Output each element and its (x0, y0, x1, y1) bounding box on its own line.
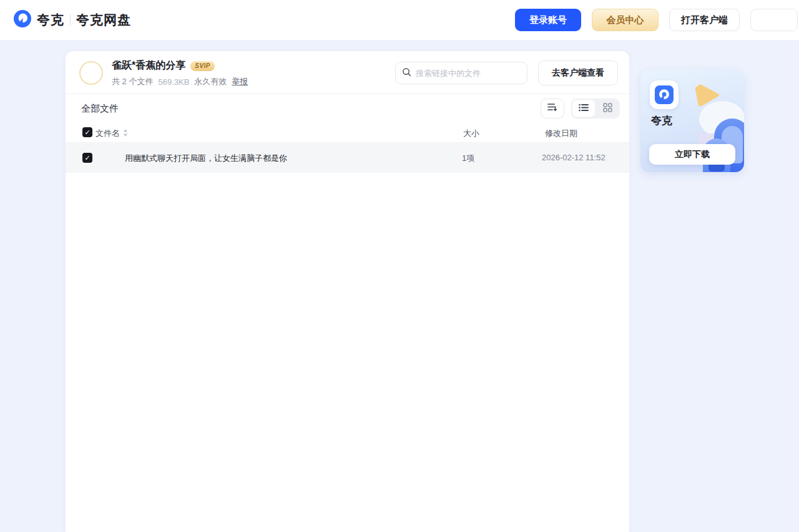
row-checkbox[interactable]: ✓ (82, 153, 92, 163)
header-extra-button[interactable] (750, 9, 798, 31)
grid-view-icon (603, 103, 612, 115)
svip-badge: SVIP (190, 61, 215, 71)
sort-arrows-icon (123, 129, 128, 138)
search-input[interactable] (416, 69, 526, 78)
column-date[interactable]: 修改日期 (545, 128, 577, 139)
view-mode-toggle (571, 99, 620, 118)
file-size: 1项 (462, 153, 474, 164)
report-link[interactable]: 举报 (232, 76, 248, 87)
brand-divider (70, 14, 71, 26)
search-box[interactable] (395, 62, 527, 84)
column-name-label: 文件名 (96, 128, 120, 139)
share-validity: 永久有效 (194, 76, 227, 87)
column-name[interactable]: 文件名 (96, 128, 128, 139)
share-file-count: 共 2 个文件 (112, 76, 153, 87)
select-all-checkbox[interactable]: ✓ (82, 127, 92, 137)
list-view-icon (579, 103, 589, 114)
play-triangle-icon (693, 82, 722, 111)
view-in-client-button[interactable]: 去客户端查看 (538, 60, 618, 85)
file-name[interactable]: 用幽默式聊天打开局面，让女生满脑子都是你 (125, 153, 287, 164)
grid-view-button[interactable] (596, 100, 619, 117)
download-now-button[interactable]: 立即下载 (649, 144, 735, 165)
sharer-avatar (79, 61, 103, 85)
file-row[interactable]: ✓ 用幽默式聊天打开局面，让女生满脑子都是你 1项 2026-02-12 11:… (66, 143, 629, 173)
all-files-title: 全部文件 (81, 103, 119, 115)
share-title-block: 雀跃*香蕉的分享 SVIP 共 2 个文件 569.3KB 永久有效 举报 (112, 59, 248, 87)
share-main-card: 雀跃*香蕉的分享 SVIP 共 2 个文件 569.3KB 永久有效 举报 去客… (66, 51, 629, 532)
file-table-header: ✓ 文件名 大小 修改日期 (66, 123, 629, 142)
sort-order-button[interactable] (541, 99, 564, 118)
search-icon (402, 67, 411, 79)
list-view-button[interactable] (572, 100, 595, 117)
top-bar: 夸克 夸克网盘 登录账号 会员中心 打开客户端 (0, 0, 799, 40)
share-header: 雀跃*香蕉的分享 SVIP 共 2 个文件 569.3KB 永久有效 举报 去客… (66, 51, 629, 94)
quark-app-icon (650, 80, 679, 109)
sort-lines-icon (547, 103, 557, 114)
share-meta: 共 2 个文件 569.3KB 永久有效 举报 (112, 76, 248, 87)
product-name: 夸克网盘 (76, 11, 131, 29)
app-download-card: 夸克 立即下载 (640, 70, 744, 172)
column-size[interactable]: 大小 (463, 128, 479, 139)
brand-name: 夸克 (37, 11, 64, 29)
login-button[interactable]: 登录账号 (515, 9, 581, 31)
share-total-size: 569.3KB (158, 77, 189, 87)
brand-group: 夸克 夸克网盘 (14, 10, 131, 30)
open-client-button[interactable]: 打开客户端 (669, 9, 740, 31)
file-icon-placeholder (98, 148, 118, 168)
file-date: 2026-02-12 11:52 (542, 153, 605, 162)
quark-logo-icon (14, 10, 31, 30)
promo-app-name: 夸克 (651, 114, 672, 128)
file-section-row: 全部文件 (66, 94, 629, 123)
vip-center-button[interactable]: 会员中心 (592, 9, 659, 31)
share-title: 雀跃*香蕉的分享 (112, 59, 185, 72)
topbar-actions: 登录账号 会员中心 打开客户端 (515, 9, 798, 31)
